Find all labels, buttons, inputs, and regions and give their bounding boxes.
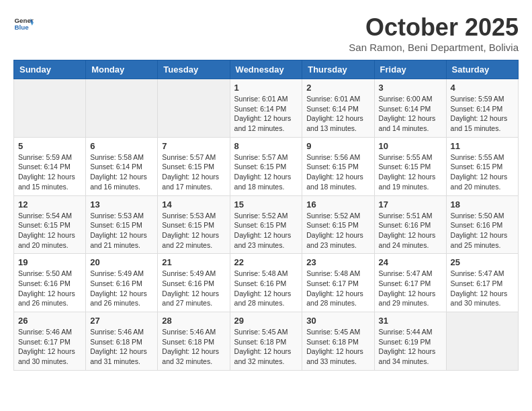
logo: General Blue <box>13 13 34 34</box>
calendar-cell: 6Sunrise: 5:58 AM Sunset: 6:14 PM Daylig… <box>86 137 158 195</box>
day-number: 31 <box>379 316 442 326</box>
day-number: 2 <box>306 83 369 93</box>
week-row-3: 12Sunrise: 5:54 AM Sunset: 6:15 PM Dayli… <box>14 195 519 254</box>
day-info: Sunrise: 5:50 AM Sunset: 6:16 PM Dayligh… <box>18 269 81 308</box>
calendar-cell: 16Sunrise: 5:52 AM Sunset: 6:15 PM Dayli… <box>302 195 374 254</box>
calendar-cell: 19Sunrise: 5:50 AM Sunset: 6:16 PM Dayli… <box>14 254 86 312</box>
day-info: Sunrise: 5:52 AM Sunset: 6:15 PM Dayligh… <box>234 211 298 250</box>
day-number: 29 <box>234 316 298 326</box>
day-info: Sunrise: 5:46 AM Sunset: 6:18 PM Dayligh… <box>90 327 153 367</box>
calendar-cell <box>14 79 86 138</box>
day-number: 3 <box>379 83 442 93</box>
day-info: Sunrise: 5:57 AM Sunset: 6:15 PM Dayligh… <box>234 152 298 192</box>
calendar-cell: 15Sunrise: 5:52 AM Sunset: 6:15 PM Dayli… <box>230 195 302 254</box>
day-number: 16 <box>306 199 369 210</box>
day-number: 18 <box>451 199 514 210</box>
calendar-cell: 23Sunrise: 5:48 AM Sunset: 6:17 PM Dayli… <box>302 254 374 312</box>
day-info: Sunrise: 5:49 AM Sunset: 6:16 PM Dayligh… <box>162 269 225 308</box>
calendar-cell: 22Sunrise: 5:48 AM Sunset: 6:16 PM Dayli… <box>230 254 302 312</box>
day-number: 12 <box>18 199 81 210</box>
calendar-cell: 5Sunrise: 5:59 AM Sunset: 6:14 PM Daylig… <box>14 137 86 195</box>
day-number: 1 <box>234 83 298 93</box>
day-info: Sunrise: 5:44 AM Sunset: 6:19 PM Dayligh… <box>379 327 442 367</box>
weekday-header-saturday: Saturday <box>446 60 518 79</box>
calendar-cell: 27Sunrise: 5:46 AM Sunset: 6:18 PM Dayli… <box>86 312 158 371</box>
day-number: 10 <box>379 141 442 151</box>
weekday-header-tuesday: Tuesday <box>158 60 230 79</box>
day-number: 19 <box>18 257 81 267</box>
svg-text:Blue: Blue <box>15 24 30 31</box>
day-info: Sunrise: 5:48 AM Sunset: 6:16 PM Dayligh… <box>234 269 298 308</box>
month-title: October 2025 <box>349 13 519 42</box>
day-number: 27 <box>90 316 153 326</box>
day-number: 28 <box>162 316 225 326</box>
day-info: Sunrise: 5:53 AM Sunset: 6:15 PM Dayligh… <box>90 211 153 250</box>
day-info: Sunrise: 5:56 AM Sunset: 6:15 PM Dayligh… <box>306 152 369 192</box>
day-info: Sunrise: 5:46 AM Sunset: 6:17 PM Dayligh… <box>18 327 81 367</box>
day-info: Sunrise: 5:59 AM Sunset: 6:14 PM Dayligh… <box>18 152 81 192</box>
calendar-cell: 3Sunrise: 6:00 AM Sunset: 6:14 PM Daylig… <box>374 79 446 138</box>
weekday-header-thursday: Thursday <box>302 60 374 79</box>
day-info: Sunrise: 6:01 AM Sunset: 6:14 PM Dayligh… <box>234 94 298 134</box>
day-info: Sunrise: 5:47 AM Sunset: 6:17 PM Dayligh… <box>379 269 442 308</box>
calendar-cell: 1Sunrise: 6:01 AM Sunset: 6:14 PM Daylig… <box>230 79 302 138</box>
day-number: 15 <box>234 199 298 210</box>
day-info: Sunrise: 5:57 AM Sunset: 6:15 PM Dayligh… <box>162 152 225 192</box>
location-title: San Ramon, Beni Department, Bolivia <box>349 42 519 53</box>
day-number: 25 <box>451 257 514 267</box>
svg-marker-3 <box>31 23 34 26</box>
day-number: 8 <box>234 141 298 151</box>
day-number: 14 <box>162 199 225 210</box>
calendar-cell: 17Sunrise: 5:51 AM Sunset: 6:16 PM Dayli… <box>374 195 446 254</box>
day-info: Sunrise: 5:51 AM Sunset: 6:16 PM Dayligh… <box>379 211 442 250</box>
calendar-cell: 4Sunrise: 5:59 AM Sunset: 6:14 PM Daylig… <box>446 79 518 138</box>
day-number: 11 <box>451 141 514 151</box>
day-number: 9 <box>306 141 369 151</box>
calendar-cell: 13Sunrise: 5:53 AM Sunset: 6:15 PM Dayli… <box>86 195 158 254</box>
calendar-cell: 12Sunrise: 5:54 AM Sunset: 6:15 PM Dayli… <box>14 195 86 254</box>
weekday-header-friday: Friday <box>374 60 446 79</box>
calendar-cell: 21Sunrise: 5:49 AM Sunset: 6:16 PM Dayli… <box>158 254 230 312</box>
day-number: 7 <box>162 141 225 151</box>
day-info: Sunrise: 5:50 AM Sunset: 6:16 PM Dayligh… <box>451 211 514 250</box>
day-number: 30 <box>306 316 369 326</box>
week-row-5: 26Sunrise: 5:46 AM Sunset: 6:17 PM Dayli… <box>14 312 519 371</box>
calendar-cell: 29Sunrise: 5:45 AM Sunset: 6:18 PM Dayli… <box>230 312 302 371</box>
calendar-cell: 11Sunrise: 5:55 AM Sunset: 6:15 PM Dayli… <box>446 137 518 195</box>
calendar-cell: 18Sunrise: 5:50 AM Sunset: 6:16 PM Dayli… <box>446 195 518 254</box>
calendar-cell: 30Sunrise: 5:45 AM Sunset: 6:18 PM Dayli… <box>302 312 374 371</box>
day-number: 4 <box>451 83 514 93</box>
day-info: Sunrise: 5:55 AM Sunset: 6:15 PM Dayligh… <box>451 152 514 192</box>
day-number: 26 <box>18 316 81 326</box>
logo-icon: General Blue <box>13 13 34 34</box>
calendar-cell: 8Sunrise: 5:57 AM Sunset: 6:15 PM Daylig… <box>230 137 302 195</box>
day-info: Sunrise: 5:59 AM Sunset: 6:14 PM Dayligh… <box>451 94 514 134</box>
day-number: 21 <box>162 257 225 267</box>
weekday-header-monday: Monday <box>86 60 158 79</box>
calendar-cell: 7Sunrise: 5:57 AM Sunset: 6:15 PM Daylig… <box>158 137 230 195</box>
day-number: 13 <box>90 199 153 210</box>
day-info: Sunrise: 6:00 AM Sunset: 6:14 PM Dayligh… <box>379 94 442 134</box>
calendar-cell: 24Sunrise: 5:47 AM Sunset: 6:17 PM Dayli… <box>374 254 446 312</box>
day-info: Sunrise: 5:52 AM Sunset: 6:15 PM Dayligh… <box>306 211 369 250</box>
day-info: Sunrise: 5:45 AM Sunset: 6:18 PM Dayligh… <box>306 327 369 367</box>
day-info: Sunrise: 5:47 AM Sunset: 6:17 PM Dayligh… <box>451 269 514 308</box>
calendar-cell: 2Sunrise: 6:01 AM Sunset: 6:14 PM Daylig… <box>302 79 374 138</box>
calendar-cell: 14Sunrise: 5:53 AM Sunset: 6:15 PM Dayli… <box>158 195 230 254</box>
title-area: October 2025 San Ramon, Beni Department,… <box>349 13 519 53</box>
weekday-header-row: SundayMondayTuesdayWednesdayThursdayFrid… <box>14 60 519 79</box>
week-row-1: 1Sunrise: 6:01 AM Sunset: 6:14 PM Daylig… <box>14 79 519 138</box>
weekday-header-wednesday: Wednesday <box>230 60 302 79</box>
day-info: Sunrise: 5:48 AM Sunset: 6:17 PM Dayligh… <box>306 269 369 308</box>
calendar-cell <box>86 79 158 138</box>
week-row-4: 19Sunrise: 5:50 AM Sunset: 6:16 PM Dayli… <box>14 254 519 312</box>
day-info: Sunrise: 5:46 AM Sunset: 6:18 PM Dayligh… <box>162 327 225 367</box>
calendar-cell <box>446 312 518 371</box>
calendar-cell: 9Sunrise: 5:56 AM Sunset: 6:15 PM Daylig… <box>302 137 374 195</box>
day-info: Sunrise: 6:01 AM Sunset: 6:14 PM Dayligh… <box>306 94 369 134</box>
calendar-cell: 10Sunrise: 5:55 AM Sunset: 6:15 PM Dayli… <box>374 137 446 195</box>
calendar-cell: 25Sunrise: 5:47 AM Sunset: 6:17 PM Dayli… <box>446 254 518 312</box>
day-info: Sunrise: 5:54 AM Sunset: 6:15 PM Dayligh… <box>18 211 81 250</box>
day-info: Sunrise: 5:55 AM Sunset: 6:15 PM Dayligh… <box>379 152 442 192</box>
day-info: Sunrise: 5:53 AM Sunset: 6:15 PM Dayligh… <box>162 211 225 250</box>
